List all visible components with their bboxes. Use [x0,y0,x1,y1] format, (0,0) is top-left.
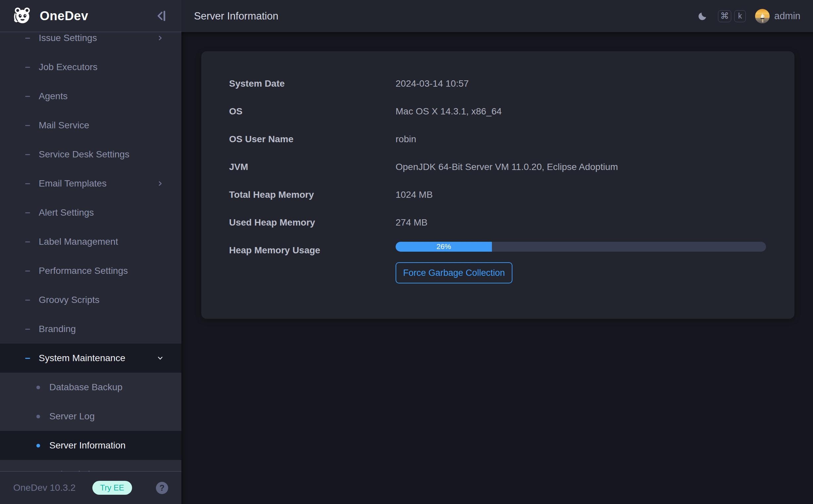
gc-button-row: Force Garbage Collection [229,262,767,283]
cmd-key-badge[interactable]: ⌘ [718,10,731,22]
topbar-actions: ⌘ k [698,9,800,23]
bullet-icon [36,415,40,418]
sidebar-item-service-desk-settings[interactable]: Service Desk Settings [0,140,181,169]
chevron-down-icon [157,355,163,361]
sidebar-item-system-maintenance[interactable]: System Maintenance [0,344,181,373]
chevron-right-icon [157,35,163,41]
row-label: OS User Name [229,134,396,145]
row-label: Used Heap Memory [229,217,396,228]
sidebar-item-server-information[interactable]: Server Information [0,431,181,460]
sidebar-item-label-management[interactable]: Label Management [0,227,181,256]
chevron-right-icon [157,180,163,187]
sidebar-item-agents[interactable]: Agents [0,82,181,111]
page-title: Server Information [194,10,278,22]
info-row-system-date: System Date 2024-03-14 10:57 [229,70,767,98]
row-label: Heap Memory Usage [229,245,396,256]
dash-icon [25,358,30,359]
row-label: JVM [229,162,396,172]
app-version: OneDev 10.3.2 [13,483,75,493]
dash-icon [25,96,30,97]
sidebar-item-groovy-scripts[interactable]: Groovy Scripts [0,285,181,315]
dash-icon [25,329,30,330]
dash-icon [25,38,30,39]
sidebar: OneDev Issue Settings Job Executors Agen… [0,0,181,504]
dash-icon [25,183,30,184]
sidebar-item-email-templates[interactable]: Email Templates [0,169,181,198]
progress-track: 26% [396,242,766,252]
topbar: Server Information ⌘ k [181,0,813,32]
onedev-logo-icon [12,6,32,26]
sidebar-menu: Issue Settings Job Executors Agents Mail… [0,32,181,471]
bullet-icon [36,444,40,447]
dash-icon [25,271,30,272]
dash-icon [25,300,30,301]
heap-usage-progress-bar: 26% [396,242,766,252]
force-garbage-collection-button[interactable]: Force Garbage Collection [396,262,512,283]
sidebar-item-server-log[interactable]: Server Log [0,402,181,431]
try-ee-badge[interactable]: Try EE [92,481,132,495]
row-label: OS [229,106,396,117]
sidebar-footer: OneDev 10.3.2 Try EE ? [0,471,181,504]
server-info-card: System Date 2024-03-14 10:57 OS Mac OS X… [201,51,794,319]
dash-icon [25,125,30,126]
info-row-heap-memory-usage: Heap Memory Usage 26% [229,236,767,264]
info-row-total-heap-memory: Total Heap Memory 1024 MB [229,181,767,209]
row-value: 2024-03-14 10:57 [396,78,469,89]
sidebar-item-job-executors[interactable]: Job Executors [0,53,181,82]
collapse-sidebar-icon[interactable] [154,9,168,23]
info-row-used-heap-memory: Used Heap Memory 274 MB [229,209,767,236]
sidebar-item-alert-settings[interactable]: Alert Settings [0,198,181,227]
dash-icon [25,212,30,213]
sidebar-item-mail-service[interactable]: Mail Service [0,111,181,140]
sidebar-header: OneDev [0,0,181,32]
dash-icon [25,67,30,68]
progress-percent-label: 26% [436,242,451,251]
sidebar-item-branding[interactable]: Branding [0,315,181,344]
dash-icon [25,154,30,155]
row-value: 274 MB [396,217,428,228]
row-value: Mac OS X 14.3.1, x86_64 [396,106,502,117]
help-icon[interactable]: ? [156,482,168,494]
progress-fill: 26% [396,242,492,252]
row-label: Total Heap Memory [229,189,396,200]
username[interactable]: admin [774,11,800,21]
sidebar-item-subscription-management[interactable]: Subscription Management [0,460,181,471]
app-name: OneDev [40,9,88,23]
row-value: OpenJDK 64-Bit Server VM 11.0.20, Eclips… [396,162,618,172]
bullet-icon [36,386,40,389]
k-key-badge[interactable]: k [734,10,746,22]
main-content: System Date 2024-03-14 10:57 OS Mac OS X… [181,32,813,504]
dark-mode-moon-icon[interactable] [698,11,707,21]
sidebar-item-performance-settings[interactable]: Performance Settings [0,256,181,285]
system-maintenance-submenu: Database Backup Server Log Server Inform… [0,373,181,471]
avatar[interactable] [755,9,770,23]
row-value: 1024 MB [396,189,433,200]
info-row-os: OS Mac OS X 14.3.1, x86_64 [229,98,767,125]
row-label: System Date [229,78,396,89]
row-value: robin [396,134,416,145]
info-row-jvm: JVM OpenJDK 64-Bit Server VM 11.0.20, Ec… [229,153,767,181]
sidebar-item-database-backup[interactable]: Database Backup [0,373,181,402]
sidebar-item-issue-settings[interactable]: Issue Settings [0,32,181,53]
dash-icon [25,241,30,242]
info-row-os-user-name: OS User Name robin [229,125,767,153]
